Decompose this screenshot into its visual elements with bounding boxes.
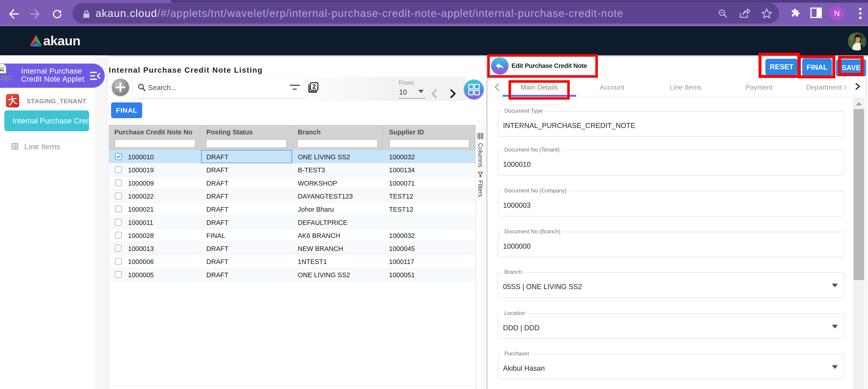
svg-text:2: 2 xyxy=(312,83,316,90)
